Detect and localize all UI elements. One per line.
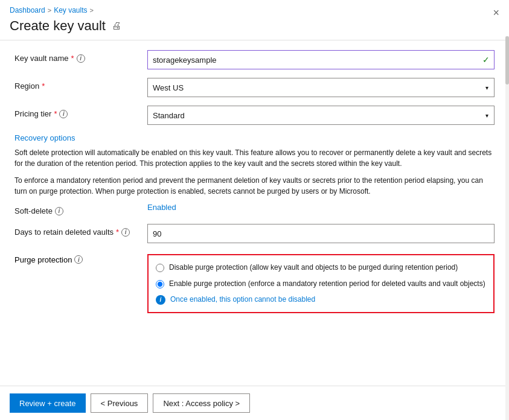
purge-info-icon[interactable]: i xyxy=(74,255,83,264)
scrollbar-track xyxy=(505,36,509,420)
next-button[interactable]: Next : Access policy > xyxy=(153,393,250,413)
region-label: Region * xyxy=(14,78,147,91)
breadcrumb-separator-1: > xyxy=(48,7,51,14)
pricing-required-marker: * xyxy=(54,109,57,118)
soft-delete-description-1: Soft delete protection will automaticall… xyxy=(14,147,495,169)
days-required-marker: * xyxy=(116,228,119,237)
valid-check-icon: ✓ xyxy=(482,55,490,65)
pricing-tier-label: Pricing tier * i xyxy=(14,106,147,118)
days-retain-row: Days to retain deleted vaults * i xyxy=(14,224,495,243)
purge-disable-radio[interactable] xyxy=(156,264,164,272)
purge-info-note: i Once enabled, this option cannot be di… xyxy=(156,295,486,305)
pricing-tier-control: Standard Premium ▾ xyxy=(147,106,495,125)
breadcrumb: Dashboard > Key vaults > xyxy=(10,6,499,14)
days-retain-control xyxy=(147,224,495,243)
key-vault-name-row: Key vault name * i ✓ xyxy=(14,50,495,69)
previous-button[interactable]: < Previous xyxy=(91,393,149,413)
title-row: Create key vault 🖨 xyxy=(10,18,499,34)
days-retain-label: Days to retain deleted vaults * i xyxy=(14,224,147,237)
recovery-options-title: Recovery options xyxy=(14,133,495,142)
soft-delete-row: Soft-delete i Enabled xyxy=(14,203,495,215)
region-select-wrapper: West US East US West Europe ▾ xyxy=(147,78,495,97)
purge-protection-highlighted: Disable purge protection (allow key vaul… xyxy=(147,254,495,313)
soft-delete-value: Enabled xyxy=(147,203,495,212)
purge-note-text: Once enabled, this option cannot be disa… xyxy=(170,295,315,304)
key-vault-name-input[interactable] xyxy=(147,50,495,69)
breadcrumb-dashboard[interactable]: Dashboard xyxy=(10,6,45,14)
key-vault-name-info-icon[interactable]: i xyxy=(77,54,85,63)
soft-delete-info-icon[interactable]: i xyxy=(55,207,63,215)
print-icon[interactable]: 🖨 xyxy=(112,21,121,31)
close-button[interactable]: × xyxy=(493,7,499,18)
key-vault-name-label: Key vault name * i xyxy=(14,50,147,63)
purge-enable-radio[interactable] xyxy=(156,280,164,288)
region-select[interactable]: West US East US West Europe xyxy=(147,78,495,97)
region-required-marker: * xyxy=(42,81,45,91)
panel-header: Dashboard > Key vaults > Create key vaul… xyxy=(0,0,509,40)
soft-delete-description-2: To enforce a mandatory retention period … xyxy=(14,175,495,197)
pricing-tier-info-icon[interactable]: i xyxy=(59,110,68,118)
purge-protection-label: Purge protection i xyxy=(14,252,147,264)
purge-protection-control: Disable purge protection (allow key vaul… xyxy=(147,252,495,313)
days-info-icon[interactable]: i xyxy=(121,228,130,237)
breadcrumb-separator-2: > xyxy=(90,7,94,14)
pricing-tier-row: Pricing tier * i Standard Premium ▾ xyxy=(14,106,495,125)
purge-protection-row: Purge protection i Disable purge protect… xyxy=(14,252,495,313)
region-control: West US East US West Europe ▾ xyxy=(147,78,495,97)
purge-enable-option: Enable purge protection (enforce a manda… xyxy=(156,279,486,289)
days-retain-input[interactable] xyxy=(147,224,495,243)
scrollbar-thumb[interactable] xyxy=(505,36,509,84)
purge-info-circle-icon: i xyxy=(156,295,165,305)
pricing-select-wrapper: Standard Premium ▾ xyxy=(147,106,495,125)
key-vault-name-control: ✓ xyxy=(147,50,495,69)
review-create-button[interactable]: Review + create xyxy=(10,393,86,413)
page-title: Create key vault xyxy=(10,18,106,34)
panel-footer: Review + create < Previous Next : Access… xyxy=(0,386,509,420)
create-key-vault-panel: Dashboard > Key vaults > Create key vaul… xyxy=(0,0,509,420)
breadcrumb-key-vaults[interactable]: Key vaults xyxy=(54,6,87,14)
purge-disable-option: Disable purge protection (allow key vaul… xyxy=(156,262,486,273)
key-vault-name-wrapper: ✓ xyxy=(147,50,495,69)
soft-delete-label: Soft-delete i xyxy=(14,203,147,215)
purge-enable-label: Enable purge protection (enforce a manda… xyxy=(169,279,485,289)
purge-disable-label: Disable purge protection (allow key vaul… xyxy=(169,262,458,273)
pricing-tier-select[interactable]: Standard Premium xyxy=(147,106,495,125)
panel-content: Key vault name * i ✓ Region * West US xyxy=(0,40,509,386)
region-row: Region * West US East US West Europe ▾ xyxy=(14,78,495,97)
required-marker: * xyxy=(71,54,74,63)
